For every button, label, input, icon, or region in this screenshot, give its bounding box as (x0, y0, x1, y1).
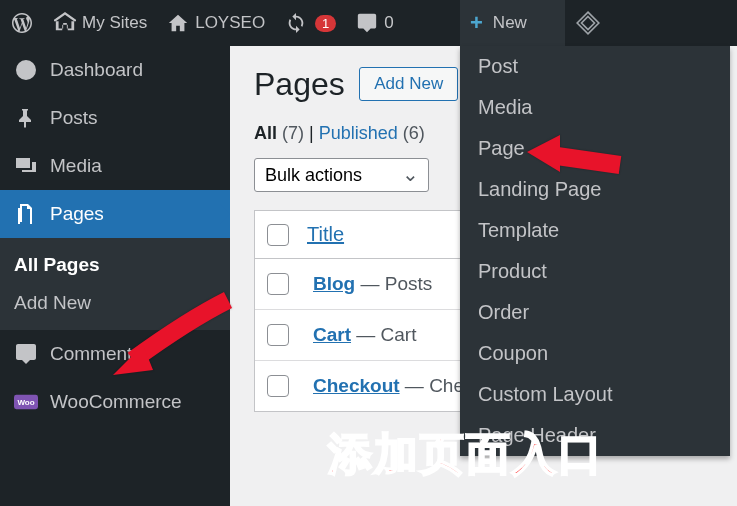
submenu-all-pages[interactable]: All Pages (0, 246, 230, 284)
annotation-arrow-1 (108, 290, 238, 384)
select-all-checkbox[interactable] (267, 224, 289, 246)
bulk-actions-select[interactable]: Bulk actions (254, 158, 429, 192)
row-title-link[interactable]: Cart (313, 324, 351, 345)
admin-sidebar: Dashboard Posts Media Pages All Pages Ad… (0, 46, 230, 506)
page-title: Pages (254, 66, 345, 103)
media-icon (14, 154, 38, 178)
new-content-menu[interactable]: + New (460, 0, 565, 46)
new-content-dropdown: Post Media Page Landing Page Template Pr… (460, 46, 730, 456)
my-sites-link[interactable]: My Sites (44, 0, 157, 46)
filter-all[interactable]: All (254, 123, 277, 143)
filter-published-count: (6) (403, 123, 425, 143)
plus-icon: + (470, 10, 483, 36)
menu-dashboard-label: Dashboard (50, 59, 143, 81)
add-new-button[interactable]: Add New (359, 67, 458, 101)
home-multi-icon (54, 12, 76, 34)
theme-icon-link[interactable] (565, 0, 611, 46)
site-name-link[interactable]: LOYSEO (157, 0, 275, 46)
dropdown-item-custom-layout[interactable]: Custom Layout (460, 374, 730, 415)
dashboard-icon (14, 58, 38, 82)
menu-woocommerce[interactable]: Woo WooCommerce (0, 378, 230, 426)
comments-count: 0 (384, 13, 393, 33)
comment-icon (356, 12, 378, 34)
pin-icon (14, 106, 38, 130)
row-desc: — Posts (355, 273, 432, 294)
row-checkbox[interactable] (267, 273, 289, 295)
my-sites-label: My Sites (82, 13, 147, 33)
menu-woocommerce-label: WooCommerce (50, 391, 182, 413)
row-title-link[interactable]: Checkout (313, 375, 400, 396)
updates-link[interactable]: 1 (275, 0, 346, 46)
menu-posts[interactable]: Posts (0, 94, 230, 142)
menu-media-label: Media (50, 155, 102, 177)
admin-toolbar: My Sites LOYSEO 1 0 + New (0, 0, 737, 46)
pages-icon (14, 202, 38, 226)
dropdown-item-media[interactable]: Media (460, 87, 730, 128)
home-icon (167, 12, 189, 34)
menu-pages-label: Pages (50, 203, 104, 225)
dropdown-item-post[interactable]: Post (460, 46, 730, 87)
dropdown-item-order[interactable]: Order (460, 292, 730, 333)
menu-pages[interactable]: Pages (0, 190, 230, 238)
diamond-icon (575, 10, 601, 36)
row-title-link[interactable]: Blog (313, 273, 355, 294)
annotation-text: 添加页面入口 (328, 425, 604, 484)
row-desc: — Cart (351, 324, 416, 345)
dropdown-item-template[interactable]: Template (460, 210, 730, 251)
menu-dashboard[interactable]: Dashboard (0, 46, 230, 94)
svg-text:Woo: Woo (17, 398, 34, 407)
new-label: New (493, 13, 527, 33)
menu-posts-label: Posts (50, 107, 98, 129)
row-checkbox[interactable] (267, 375, 289, 397)
column-title[interactable]: Title (307, 223, 344, 246)
updates-icon (285, 12, 307, 34)
comments-link[interactable]: 0 (346, 0, 403, 46)
wp-logo[interactable] (0, 0, 44, 46)
dropdown-item-product[interactable]: Product (460, 251, 730, 292)
comments-icon (14, 342, 38, 366)
filter-all-count: (7) (282, 123, 304, 143)
wordpress-icon (10, 11, 34, 35)
filter-published[interactable]: Published (319, 123, 398, 143)
menu-media[interactable]: Media (0, 142, 230, 190)
woocommerce-icon: Woo (14, 390, 38, 414)
annotation-arrow-2 (525, 130, 625, 184)
dropdown-item-coupon[interactable]: Coupon (460, 333, 730, 374)
row-checkbox[interactable] (267, 324, 289, 346)
site-name-label: LOYSEO (195, 13, 265, 33)
updates-count: 1 (315, 15, 336, 32)
